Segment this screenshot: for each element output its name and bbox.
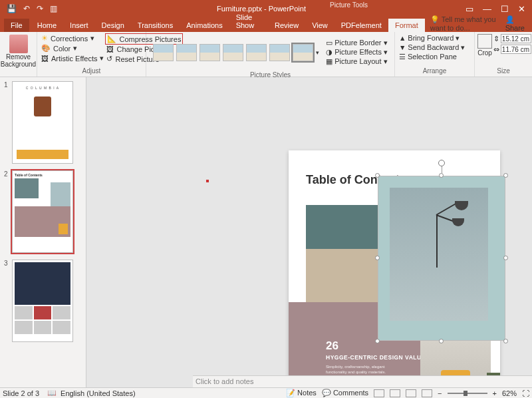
notes-button[interactable]: 📝 Notes xyxy=(286,389,317,397)
tab-file[interactable]: File xyxy=(4,19,29,32)
tab-animations[interactable]: Animations xyxy=(180,19,229,32)
share-label: Share xyxy=(505,24,525,32)
thumb-image-3 xyxy=(12,260,73,342)
width-input[interactable] xyxy=(501,45,531,54)
corrections-button[interactable]: ☀Corrections ▾ xyxy=(40,33,105,43)
tab-review[interactable]: Review xyxy=(268,19,305,32)
picture-style-2[interactable] xyxy=(176,44,197,61)
sorter-view-button[interactable] xyxy=(390,389,400,397)
zoom-slider[interactable] xyxy=(448,393,487,394)
bring-forward-button[interactable]: ▲ Bring Forward ▾ xyxy=(398,33,471,43)
picture-layout-label: Picture Layout xyxy=(334,57,381,65)
group-remove-background: Remove Background xyxy=(0,32,37,77)
picture-effects-label: Picture Effects xyxy=(334,48,382,56)
picture-style-4[interactable] xyxy=(223,44,243,61)
ribbon: Remove Background ☀Corrections ▾ 🎨Color … xyxy=(0,32,532,77)
thumb-number: 2 xyxy=(4,170,9,253)
resize-handle-bm[interactable] xyxy=(439,339,444,343)
crop-button[interactable]: Crop xyxy=(477,33,492,57)
lamp-picture-inner xyxy=(390,188,488,321)
contextual-tab-label: Picture Tools xyxy=(330,1,368,9)
styles-more-button[interactable]: ▾ xyxy=(316,49,319,56)
review-marker xyxy=(206,180,209,182)
picture-style-5[interactable] xyxy=(246,44,267,61)
send-backward-button[interactable]: ▼ Send Backward ▾ xyxy=(398,43,471,52)
resize-handle-br[interactable] xyxy=(503,339,508,343)
normal-view-button[interactable] xyxy=(374,389,384,397)
height-input[interactable] xyxy=(501,34,531,43)
resize-handle-tr[interactable] xyxy=(503,173,508,178)
group-adjust: ☀Corrections ▾ 🎨Color ▾ 🖼Artistic Effect… xyxy=(37,32,146,77)
notes-label: Notes xyxy=(297,389,317,397)
zoom-in-button[interactable]: + xyxy=(493,389,497,397)
fit-slide-button[interactable]: ⛶ xyxy=(522,389,529,397)
tab-insert[interactable]: Insert xyxy=(63,19,95,32)
language-indicator[interactable]: English (United States) xyxy=(61,389,136,397)
thumb2-title: Table of Contents xyxy=(15,173,70,177)
notes-pane[interactable]: Click to add notes xyxy=(193,375,532,387)
thumbnail-3[interactable]: 3 xyxy=(4,260,82,342)
remove-background-label: Remove Background xyxy=(1,53,36,68)
tab-home[interactable]: Home xyxy=(31,19,63,32)
tab-transitions[interactable]: Transitions xyxy=(131,19,180,32)
picture-border-button[interactable]: ▭ Picture Border ▾ xyxy=(326,39,388,47)
tab-slideshow[interactable]: Slide Show xyxy=(229,11,268,32)
selection-pane-button[interactable]: ☰ Selection Pane xyxy=(398,52,471,61)
ribbon-options-icon[interactable]: ▭ xyxy=(466,4,473,14)
picture-style-3[interactable] xyxy=(200,44,220,61)
tab-view[interactable]: View xyxy=(305,19,334,32)
tab-format[interactable]: Format xyxy=(388,19,425,32)
bring-forward-label: Bring Forward xyxy=(408,34,454,42)
resize-handle-bl[interactable] xyxy=(375,339,380,343)
color-icon: 🎨 xyxy=(41,44,51,53)
group-arrange: ▲ Bring Forward ▾ ▼ Send Backward ▾ ☰ Se… xyxy=(395,32,475,77)
comments-label: Comments xyxy=(333,389,368,397)
quick-access-toolbar: 💾 ↶ ↷ ▥ xyxy=(0,4,57,13)
share-button[interactable]: 👤 Share xyxy=(505,15,532,32)
tab-pdfelement[interactable]: PDFelement xyxy=(334,19,388,32)
thumbnail-2[interactable]: 2 Table of Contents xyxy=(4,170,82,253)
height-icon: ⇕ xyxy=(493,35,499,43)
reading-view-button[interactable] xyxy=(406,389,416,397)
minimize-icon[interactable]: — xyxy=(483,4,491,14)
picture-effects-button[interactable]: ◑ Picture Effects ▾ xyxy=(326,48,388,57)
resize-handle-tl[interactable] xyxy=(375,173,380,178)
remove-background-button[interactable]: Remove Background xyxy=(1,33,36,68)
tell-me-search[interactable]: 💡 Tell me what you want to do... xyxy=(425,15,505,32)
selected-picture[interactable] xyxy=(378,176,505,341)
close-icon[interactable]: ✕ xyxy=(518,4,525,14)
tab-design[interactable]: Design xyxy=(95,19,131,32)
rotate-handle[interactable] xyxy=(438,160,445,166)
resize-handle-mr[interactable] xyxy=(503,256,508,260)
picture-style-6[interactable] xyxy=(269,44,290,61)
picture-style-1[interactable] xyxy=(153,44,174,61)
width-icon: ⇔ xyxy=(493,45,499,54)
maximize-icon[interactable]: ☐ xyxy=(501,4,509,14)
slide-indicator[interactable]: Slide 2 of 3 xyxy=(3,389,39,397)
artistic-icon: 🖼 xyxy=(41,55,49,63)
change-picture-icon: 🖼 xyxy=(106,45,114,53)
resize-handle-ml[interactable] xyxy=(375,256,380,260)
body-text-1: Simplicity, craftsmanship, elegant funct… xyxy=(326,365,406,375)
comments-button[interactable]: 💬 Comments xyxy=(322,389,368,397)
picture-style-7[interactable] xyxy=(293,44,313,61)
start-slideshow-icon[interactable]: ▥ xyxy=(50,4,57,13)
corrections-icon: ☀ xyxy=(41,34,48,43)
slide-canvas[interactable]: Table of Contents 26 HYGGE-CENTRIC DESIG… xyxy=(86,77,532,387)
save-icon[interactable]: 💾 xyxy=(7,4,17,13)
undo-icon[interactable]: ↶ xyxy=(23,4,30,13)
zoom-out-button[interactable]: − xyxy=(438,389,442,397)
slide-thumbnails-pane[interactable]: 1 C O L U M B I A 2 Table of Contents 3 xyxy=(0,77,86,387)
resize-handle-tm[interactable] xyxy=(439,173,444,178)
redo-icon[interactable]: ↷ xyxy=(37,4,43,13)
zoom-level[interactable]: 62% xyxy=(502,389,517,397)
slideshow-view-button[interactable] xyxy=(422,389,432,397)
spellcheck-icon[interactable]: 📖 xyxy=(47,389,57,397)
rotate-connector xyxy=(442,166,442,173)
thumb-number: 1 xyxy=(4,81,9,164)
picture-layout-button[interactable]: ▦ Picture Layout ▾ xyxy=(326,57,388,66)
thumbnail-1[interactable]: 1 C O L U M B I A xyxy=(4,81,82,164)
color-button[interactable]: 🎨Color ▾ xyxy=(40,43,105,53)
artistic-effects-button[interactable]: 🖼Artistic Effects ▾ xyxy=(40,53,105,63)
crop-label: Crop xyxy=(477,49,492,57)
